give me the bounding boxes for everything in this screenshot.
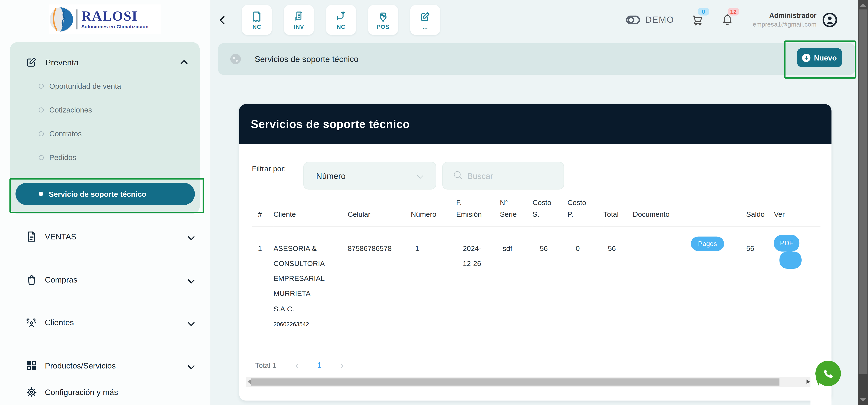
notifications-button[interactable]: 12 <box>720 13 734 27</box>
chevron-down-icon[interactable] <box>188 276 195 283</box>
shortcut-nc-1[interactable]: NC <box>242 5 272 35</box>
filter-select[interactable]: Número <box>303 162 436 190</box>
whatsapp-button[interactable] <box>815 360 841 386</box>
col-costo-p: Costo P. <box>567 197 603 226</box>
filter-row: Filtrar por: Número <box>252 162 564 190</box>
sidebar-item-configuracion[interactable]: Configuración y más <box>0 379 210 405</box>
shortcut-label: NC <box>252 23 261 29</box>
chevron-down-icon[interactable] <box>188 362 195 369</box>
shortcut-inv[interactable]: INV <box>284 5 314 35</box>
search-input[interactable] <box>466 163 557 189</box>
bag-icon <box>26 273 37 286</box>
filter-selected-value: Número <box>316 171 345 180</box>
sidebar-item-pedidos[interactable]: Pedidos <box>39 146 200 169</box>
bullet-icon <box>39 84 44 88</box>
col-documento: Documento <box>633 197 743 226</box>
brand-subtitle: Soluciones en Climatización <box>82 24 149 29</box>
sidebar-item-label: Clientes <box>45 318 74 327</box>
cell-n-serie: sdf <box>500 226 533 334</box>
prev-page-icon[interactable]: ‹ <box>295 360 299 370</box>
scroll-right-arrow-icon[interactable] <box>806 379 810 384</box>
horizontal-scrollbar-thumb[interactable] <box>251 378 779 386</box>
col-total: Total <box>603 197 633 226</box>
sidebar-item-oportunidad-de-venta[interactable]: Oportunidad de venta <box>39 74 200 98</box>
collapse-sidebar-icon[interactable] <box>220 16 228 24</box>
demo-label: DEMO <box>645 15 674 25</box>
sidebar-item-servicio-de-soporte-tecnico[interactable]: Servicio de soporte técnico <box>16 183 195 205</box>
toggle-icon <box>625 15 640 26</box>
users-icon <box>26 316 37 328</box>
next-page-icon[interactable]: › <box>340 360 343 370</box>
col-celular: Celular <box>348 197 411 226</box>
sidebar-item-clientes[interactable]: Clientes <box>0 310 210 335</box>
main-area: NC INV NC <box>210 0 858 405</box>
sidebar-item-cotizaciones[interactable]: Cotizaciones <box>39 98 200 122</box>
panel-header: Servicios de soporte técnico <box>239 104 831 144</box>
shortcut-pos[interactable]: POS <box>368 5 398 35</box>
col-cliente: Cliente <box>273 197 348 226</box>
cart-badge: 0 <box>698 8 709 16</box>
notifications-badge: 12 <box>728 8 739 16</box>
shortcut-label: ... <box>423 23 428 29</box>
nuevo-button[interactable]: + Nuevo <box>797 48 842 67</box>
sidebar-item-ventas[interactable]: VENTAS <box>0 224 210 249</box>
shortcut-nc-2[interactable]: NC <box>326 5 356 35</box>
services-table: # Cliente Celular Número F. Emisión N° S… <box>252 197 820 334</box>
shortcut-label: POS <box>377 23 390 29</box>
bullet-icon <box>39 192 43 196</box>
scroll-left-arrow-icon[interactable] <box>248 379 251 384</box>
pagos-button[interactable]: Pagos <box>691 236 724 251</box>
col-num: # <box>252 197 273 226</box>
cart-button[interactable]: 0 <box>691 13 704 27</box>
pdf-button[interactable]: PDF <box>774 235 799 251</box>
sidebar-item-label: Contratos <box>49 130 82 138</box>
vertical-scrollbar[interactable] <box>858 0 868 405</box>
col-n-serie: N° Serie <box>500 197 533 226</box>
breadcrumb: Servicios de soporte técnico <box>218 43 855 75</box>
clipped-action-button[interactable] <box>779 251 801 268</box>
sidebar-item-contratos[interactable]: Contratos <box>39 122 200 146</box>
bullet-icon <box>39 132 44 136</box>
sidebar-item-preventa[interactable]: Preventa <box>10 50 200 74</box>
file-lines-icon <box>26 231 37 242</box>
cell-costo-s: 56 <box>533 226 567 334</box>
brand-logo[interactable]: RALOSI Soluciones en Climatización <box>49 4 161 34</box>
price-tag-icon <box>377 10 389 22</box>
plus-icon: + <box>802 54 810 62</box>
panel-title: Servicios de soporte técnico <box>251 117 410 131</box>
vertical-scrollbar-thumb[interactable] <box>859 9 868 374</box>
shortcut-more[interactable]: ... <box>410 5 440 35</box>
sidebar-item-label: Preventa <box>45 57 79 67</box>
col-saldo: Saldo <box>743 197 774 226</box>
sidebar-item-label: Servicio de soporte técnico <box>49 190 146 198</box>
cell-num: 1 <box>252 226 273 334</box>
sidebar-item-compras[interactable]: Compras <box>0 267 210 292</box>
sidebar-item-label: VENTAS <box>45 232 76 241</box>
cell-cliente: ASESORIA & CONSULTORIA EMPRESARIAL MURRI… <box>273 226 348 334</box>
chevron-down-icon[interactable] <box>188 319 195 326</box>
search-box <box>442 162 564 190</box>
topbar: NC INV NC <box>210 0 858 40</box>
edit-icon <box>419 10 431 22</box>
scroll-up-button[interactable] <box>858 0 868 9</box>
table-header-row: # Cliente Celular Número F. Emisión N° S… <box>252 197 820 226</box>
cell-costo-p: 0 <box>567 226 603 334</box>
document-icon <box>251 10 263 22</box>
scroll-down-arrow-icon[interactable] <box>860 398 866 402</box>
chevron-down-icon[interactable] <box>188 233 195 240</box>
chevron-up-icon[interactable] <box>181 60 187 67</box>
horizontal-scrollbar[interactable] <box>246 377 832 386</box>
cell-saldo: 56 <box>743 226 774 334</box>
cliente-name: ASESORIA & CONSULTORIA EMPRESARIAL MURRI… <box>273 241 328 316</box>
bullet-icon <box>39 108 44 112</box>
sidebar-section-preventa: Preventa Oportunidad de venta Cotizacion… <box>10 42 200 214</box>
sidebar-item-productos-servicios[interactable]: Productos/Servicios <box>0 353 210 378</box>
app-window: RALOSI Soluciones en Climatización Preve… <box>0 0 868 405</box>
demo-toggle[interactable]: DEMO <box>625 15 674 26</box>
sidebar-item-label: Configuración y más <box>45 388 118 397</box>
page-number[interactable]: 1 <box>317 360 321 370</box>
sidebar-item-label: Productos/Servicios <box>45 361 116 370</box>
shortcut-label: NC <box>337 23 345 29</box>
avatar[interactable] <box>822 12 838 28</box>
logo-icon <box>49 7 74 32</box>
